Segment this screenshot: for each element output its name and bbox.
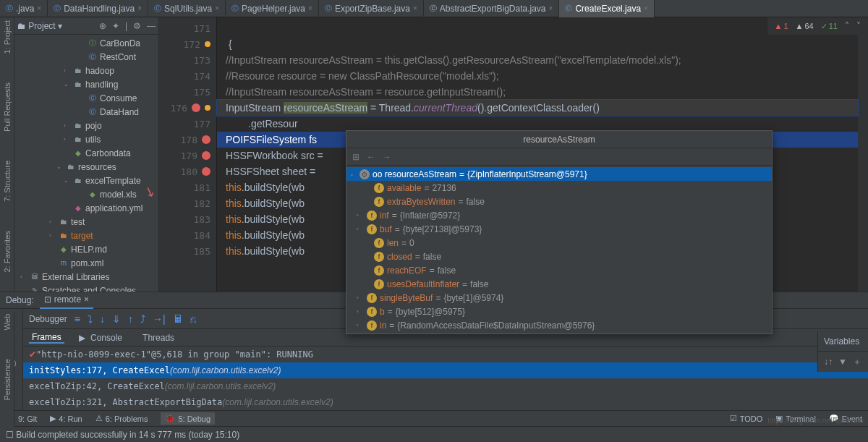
evaluate-icon[interactable]: 🖩 [173, 313, 183, 325]
vars-filter-icon[interactable]: ▼ [838, 357, 847, 367]
debug-var-row[interactable]: favailable = 27136 [346, 181, 772, 195]
thread-row[interactable]: ✔ "http-nio-8099-exec-1"@5,618 in group … [23, 347, 868, 362]
minimap[interactable] [858, 17, 868, 307]
status-text: ☐ Build completed successfully in 14 s 7… [6, 430, 239, 440]
editor-tab[interactable]: ⒸDataHandling.java× [48, 0, 148, 17]
console-tab[interactable]: ▶ Console [76, 333, 128, 343]
evaluate-popup: resourceAsStream ⊞ ← → ⌄⊙oo resourceAsSt… [346, 130, 773, 334]
tree-row[interactable]: ◆model.xls [14, 187, 158, 201]
debug-var-row[interactable]: ›fin = {RandomAccessDataFile$DataInputSt… [346, 318, 772, 332]
vars-title[interactable]: Variables [818, 331, 868, 352]
step-out-icon[interactable]: ↑ [128, 313, 133, 325]
debug-var-row[interactable]: ›finf = {Inflater@5972} [346, 208, 772, 222]
bt-todo[interactable]: ☑ TODO [730, 414, 763, 423]
editor-tab[interactable]: ⒸExportZipBase.java× [319, 0, 424, 17]
tool-project[interactable]: 1: Project [3, 20, 12, 54]
project-panel: 🖿 Project ▾ ⊕ ✦ | ⚙ — ⒾCarBonDaⒸRestCont… [14, 17, 159, 307]
bt-run[interactable]: ▶ 4: Run [50, 414, 82, 423]
tree-row[interactable]: ⒾCarBonDa [14, 36, 158, 50]
tree-row[interactable]: ⒸDataHand [14, 105, 158, 119]
editor-tab[interactable]: ⒸCreateExcel.java× [559, 0, 655, 17]
vars-add-icon[interactable]: ＋ [853, 356, 861, 368]
project-dropdown[interactable]: 🖿 Project ▾ [17, 21, 62, 31]
threads-tab[interactable]: Threads [140, 333, 177, 343]
tree-row[interactable]: ⌄🖿handling [14, 77, 158, 91]
settings-icon[interactable]: ⚙ [133, 21, 141, 31]
debug-var-row[interactable]: fclosed = false [346, 250, 772, 263]
frames-tab[interactable]: Frames [29, 332, 64, 344]
popup-fwd-icon[interactable]: → [383, 152, 391, 162]
tool-web[interactable]: Web [3, 314, 12, 330]
editor-tab[interactable]: ⒸAbstractExportBigData.java× [424, 0, 560, 17]
hide-icon[interactable]: — [147, 21, 156, 31]
step-into-icon[interactable]: ↓ [100, 313, 105, 325]
tree-row[interactable]: ◆Carbondata [14, 146, 158, 160]
tool-persistence[interactable]: Persistence [3, 359, 12, 400]
frame-row[interactable]: initStyles:177, CreateExcel (com.lijl.ca… [23, 362, 868, 378]
tool-pull[interactable]: Pull Requests [3, 82, 12, 132]
drop-frame-icon[interactable]: ⤴ [140, 313, 145, 325]
debug-var-row[interactable]: ›fbuf = {byte[27138]@5973} [346, 222, 772, 236]
tree-row[interactable]: mpom.xml [14, 256, 158, 270]
code-line[interactable]: //InputStream resourceAsStream = this.ge… [217, 52, 858, 68]
show-exec-icon[interactable]: ≡ [75, 313, 80, 325]
code-line[interactable]: { [217, 36, 858, 52]
debugger-tab[interactable]: Debugger [29, 314, 67, 324]
code-line[interactable]: .getResour [217, 116, 858, 132]
debug-label: Debug: [6, 295, 34, 305]
tree-row[interactable]: ⌄🖿excelTemplate [14, 174, 158, 187]
run-cursor-icon[interactable]: →| [153, 313, 166, 325]
editor-tab[interactable]: ⒸPageHelper.java× [226, 0, 319, 17]
tool-structure[interactable]: 7: Structure [3, 161, 12, 202]
tree-row[interactable]: ⒸConsume [14, 91, 158, 105]
expand-icon[interactable]: ✦ [112, 21, 119, 31]
popup-title: resourceAsStream [346, 131, 772, 148]
tool-favorites[interactable]: 2: Favorites [3, 231, 12, 272]
tree-row[interactable]: ◆HELP.md [14, 242, 158, 256]
editor-tab[interactable]: ⒸSqlUtils.java× [148, 0, 226, 17]
tree-row[interactable]: ›🖿hadoop [14, 64, 158, 77]
tree-row[interactable]: ⌄🖿resources [14, 160, 158, 174]
tree-row[interactable]: ›🏛External Libraries [14, 270, 158, 284]
locate-icon[interactable]: ⊕ [99, 21, 106, 31]
tree-row[interactable]: ◆application.yml [14, 201, 158, 215]
force-step-icon[interactable]: ⇓ [112, 313, 121, 325]
vars-sort-icon[interactable]: ↓↑ [824, 357, 833, 367]
debug-var-row[interactable]: ›fb = {byte[512]@5975} [346, 305, 772, 318]
debug-var-row[interactable]: freachEOF = false [346, 263, 772, 277]
trace-icon[interactable]: ⎌ [190, 313, 196, 325]
debug-var-row[interactable]: flen = 0 [346, 236, 772, 250]
debug-var-row[interactable]: fusesDefaultInflater = false [346, 277, 772, 291]
code-line[interactable]: InputStream resourceAsStream = Thread.cu… [217, 100, 858, 116]
divider: | [125, 21, 127, 31]
bt-debug[interactable]: 🐞 5: Debug [161, 412, 215, 425]
watermark: https://blog.csdn.net/lijialexiao [767, 417, 864, 425]
code-line[interactable]: //Resource resource = new ClassPathResou… [217, 68, 858, 84]
editor-tab[interactable]: Ⓒ.java× [0, 0, 48, 17]
bt-problems[interactable]: ⚠ 6: Problems [95, 414, 148, 423]
tree-row[interactable]: ⒸRestCont [14, 50, 158, 64]
popup-tree-icon[interactable]: ⊞ [352, 152, 359, 162]
tree-row[interactable]: ›🖿target [14, 229, 158, 242]
code-line[interactable]: //InputStream resourceAsStream = resourc… [217, 84, 858, 100]
debug-config-tab[interactable]: ⊡ remote × [40, 292, 93, 309]
debug-var-row[interactable]: fextraBytesWritten = false [346, 195, 772, 208]
tree-row[interactable]: ›🖿utils [14, 132, 158, 146]
step-over-icon[interactable]: ⤵ [88, 313, 93, 325]
code-line[interactable] [217, 20, 858, 36]
frame-row[interactable]: excelToZip:321, AbstractExportBigData (c… [23, 394, 868, 410]
popup-back-icon[interactable]: ← [367, 152, 375, 162]
debug-var-row[interactable]: ›fsingleByteBuf = {byte[1]@5974} [346, 291, 772, 305]
tree-row[interactable]: ›🖿pojo [14, 119, 158, 132]
frame-row[interactable]: excelToZip:42, CreateExcel (com.lijl.car… [23, 378, 868, 394]
debug-var-row[interactable]: ⌄⊙oo resourceAsStream = {ZipInflaterInpu… [346, 167, 772, 181]
tree-row[interactable]: ›🖿test [14, 215, 158, 229]
